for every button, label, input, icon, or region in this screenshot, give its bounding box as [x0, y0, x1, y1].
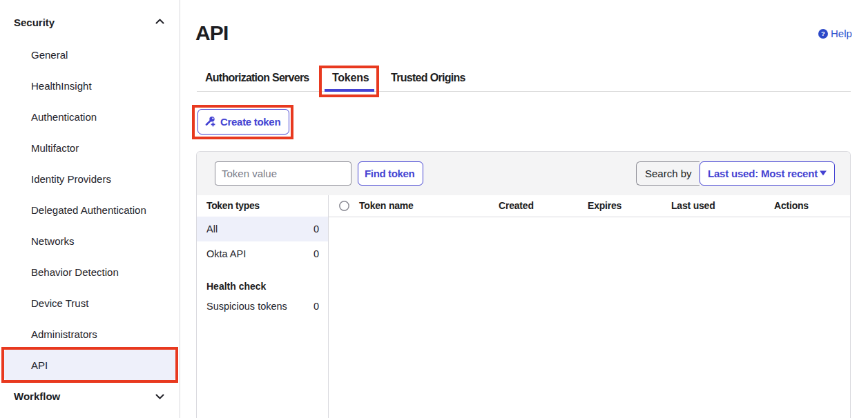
svg-text:?: ? — [821, 30, 825, 37]
